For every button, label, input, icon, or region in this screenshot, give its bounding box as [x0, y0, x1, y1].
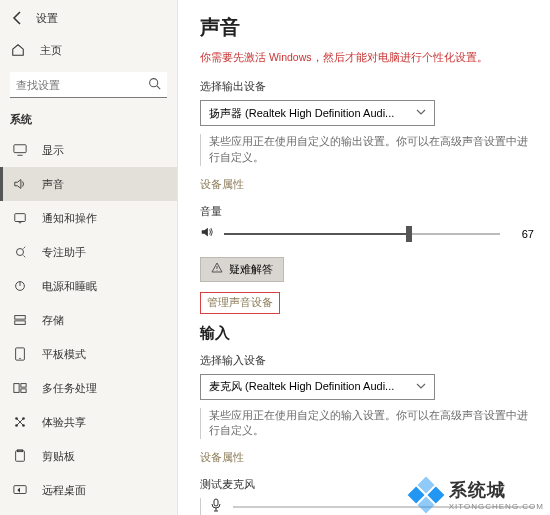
svg-rect-10	[21, 384, 26, 388]
svg-rect-11	[21, 389, 26, 393]
focus-icon	[12, 244, 28, 260]
page-title: 声音	[200, 14, 534, 41]
sidebar-item-label: 电源和睡眠	[42, 279, 97, 294]
sound-icon	[12, 176, 28, 192]
display-icon	[12, 142, 28, 158]
microphone-icon	[209, 498, 223, 515]
input-device-select[interactable]: 麦克风 (Realtek High Definition Audi...	[200, 374, 435, 400]
chevron-down-icon	[416, 107, 426, 119]
sidebar-item-label: 多任务处理	[42, 381, 97, 396]
sidebar: 设置 主页 系统 显示声音通知和操作专注助手电源和睡眠存储平板模式多任务处理体验…	[0, 0, 178, 515]
activation-warning: 你需要先激活 Windows，然后才能对电脑进行个性化设置。	[200, 51, 534, 65]
remote-icon	[12, 482, 28, 498]
back-icon[interactable]	[10, 10, 26, 26]
troubleshoot-button[interactable]: 疑难解答	[200, 257, 284, 282]
sidebar-item-label: 专注助手	[42, 245, 86, 260]
output-device-label: 选择输出设备	[200, 79, 534, 94]
sidebar-item-label: 声音	[42, 177, 64, 192]
multitask-icon	[12, 380, 28, 396]
manage-sound-devices-link[interactable]: 管理声音设备	[200, 292, 280, 314]
svg-rect-6	[15, 321, 26, 325]
svg-point-12	[15, 417, 18, 420]
svg-point-14	[15, 424, 18, 427]
sidebar-item-notify[interactable]: 通知和操作	[0, 201, 177, 235]
svg-rect-1	[14, 145, 26, 153]
output-device-select[interactable]: 扬声器 (Realtek High Definition Audi...	[200, 100, 435, 126]
sidebar-item-display[interactable]: 显示	[0, 133, 177, 167]
sidebar-item-remote[interactable]: 远程桌面	[0, 473, 177, 507]
output-device-value: 扬声器 (Realtek High Definition Audi...	[209, 106, 394, 121]
input-device-label: 选择输入设备	[200, 353, 534, 368]
power-icon	[12, 278, 28, 294]
mic-level-bar	[233, 506, 534, 508]
sidebar-item-power[interactable]: 电源和睡眠	[0, 269, 177, 303]
sidebar-item-multitask[interactable]: 多任务处理	[0, 371, 177, 405]
sidebar-item-storage[interactable]: 存储	[0, 303, 177, 337]
settings-title: 设置	[36, 11, 58, 26]
tablet-icon	[12, 346, 28, 362]
svg-point-13	[22, 417, 25, 420]
volume-value: 67	[510, 228, 534, 240]
sidebar-item-clipboard[interactable]: 剪贴板	[0, 439, 177, 473]
sidebar-item-label: 存储	[42, 313, 64, 328]
input-device-value: 麦克风 (Realtek High Definition Audi...	[209, 379, 394, 394]
svg-point-0	[150, 79, 158, 87]
warning-icon	[211, 262, 223, 276]
svg-rect-5	[15, 316, 26, 320]
svg-point-15	[22, 424, 25, 427]
home-icon	[10, 42, 26, 58]
volume-label: 音量	[200, 204, 534, 219]
chevron-down-icon	[416, 381, 426, 393]
sidebar-item-sound[interactable]: 声音	[0, 167, 177, 201]
storage-icon	[12, 312, 28, 328]
search-field[interactable]	[10, 72, 167, 98]
sidebar-item-about[interactable]: 关于	[0, 507, 177, 515]
notify-icon	[12, 210, 28, 226]
main-content: 声音 你需要先激活 Windows，然后才能对电脑进行个性化设置。 选择输出设备…	[178, 0, 550, 515]
sidebar-item-focus[interactable]: 专注助手	[0, 235, 177, 269]
home-label: 主页	[40, 43, 62, 58]
nav-list: 显示声音通知和操作专注助手电源和睡眠存储平板模式多任务处理体验共享剪贴板远程桌面…	[0, 133, 177, 515]
input-heading: 输入	[200, 324, 534, 343]
svg-point-3	[17, 249, 24, 256]
sidebar-item-tablet[interactable]: 平板模式	[0, 337, 177, 371]
svg-rect-2	[15, 214, 26, 222]
sidebar-item-label: 体验共享	[42, 415, 86, 430]
sidebar-item-label: 远程桌面	[42, 483, 86, 498]
speaker-icon	[200, 225, 214, 243]
search-icon	[148, 76, 161, 94]
home-button[interactable]: 主页	[0, 34, 177, 66]
svg-point-8	[19, 358, 20, 359]
sidebar-item-label: 显示	[42, 143, 64, 158]
svg-rect-20	[214, 499, 218, 506]
svg-rect-9	[14, 384, 19, 393]
output-help-text: 某些应用正在使用自定义的输出设置。你可以在高级声音设置中进行自定义。	[200, 134, 534, 166]
sidebar-item-label: 平板模式	[42, 347, 86, 362]
input-help-text: 某些应用正在使用自定义的输入设置。你可以在高级声音设置中进行自定义。	[200, 408, 534, 440]
test-mic-label: 测试麦克风	[200, 477, 534, 492]
sidebar-item-label: 剪贴板	[42, 449, 75, 464]
share-icon	[12, 414, 28, 430]
volume-slider[interactable]	[224, 227, 500, 241]
input-device-properties-link[interactable]: 设备属性	[200, 451, 244, 465]
sidebar-item-label: 通知和操作	[42, 211, 97, 226]
device-properties-link[interactable]: 设备属性	[200, 178, 244, 192]
clipboard-icon	[12, 448, 28, 464]
sidebar-item-share[interactable]: 体验共享	[0, 405, 177, 439]
svg-rect-16	[16, 451, 25, 462]
search-input[interactable]	[10, 72, 167, 98]
troubleshoot-label: 疑难解答	[229, 262, 273, 277]
section-label: 系统	[0, 108, 177, 133]
